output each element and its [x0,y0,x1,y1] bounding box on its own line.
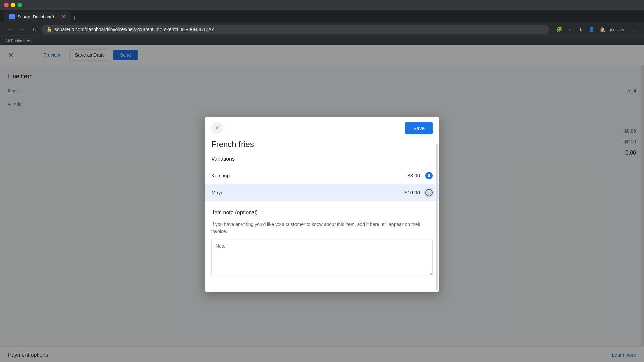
modal-body: French fries Variations Ketchup $8.00 Ma… [205,140,439,292]
window-close-btn[interactable] [4,3,9,7]
variation-radio-ketchup[interactable] [425,172,433,179]
browser-chrome: Square Dashboard ✕ + ← → ↻ 🔒 squareup.co… [0,0,644,45]
profile-icon[interactable]: 👤 [587,25,596,34]
incognito-icon: 🕵 [600,27,605,32]
menu-icon[interactable]: ⋮ [629,25,639,34]
variation-item-mayo[interactable]: Mayo $10.00 [205,184,439,201]
browser-titlebar [0,0,644,10]
tab-favicon [9,14,15,19]
bookmarks-label: All Bookmarks [5,39,31,43]
variation-radio-mayo[interactable] [425,189,433,196]
variations-section: Variations Ketchup $8.00 Mayo $10.00 [211,156,433,201]
item-modal: × Save French fries Variations Ketchup $… [205,117,439,292]
tab-close-icon[interactable]: ✕ [61,14,66,20]
modal-scrollbar[interactable] [436,143,438,291]
tab-title: Square Dashboard [17,14,54,19]
lock-icon: 🔒 [46,27,52,32]
nav-forward-button[interactable]: → [17,25,27,34]
incognito-label: Incognito [607,27,625,32]
main-content: ✕ Preview Save as Draft Send Line item I… [0,45,644,362]
nav-icons: 🧩 ☆ ⬇ 👤 🕵 Incognito ⋮ [554,25,639,34]
variation-price-mayo: $10.00 [405,190,420,195]
modal-overlay: × Save French fries Variations Ketchup $… [0,45,644,362]
modal-save-button[interactable]: Save [405,122,433,134]
bookmarks-bar: All Bookmarks [0,37,644,45]
new-tab-button[interactable]: + [72,14,76,22]
nav-back-button[interactable]: ← [5,25,15,34]
address-text: squareup.com/dashboard/invoices/new?curr… [55,27,544,32]
browser-nav: ← → ↻ 🔒 squareup.com/dashboard/invoices/… [0,22,644,37]
download-icon[interactable]: ⬇ [576,25,585,34]
item-note-description: If you have anything you'd like your cus… [211,221,433,235]
extensions-icon[interactable]: 🧩 [554,25,564,34]
variations-title: Variations [211,156,433,162]
incognito-badge: 🕵 Incognito [597,26,628,34]
item-note-title: Item note (optional) [211,209,433,216]
nav-refresh-button[interactable]: ↻ [30,25,39,34]
active-tab[interactable]: Square Dashboard ✕ [4,11,71,22]
item-note-textarea[interactable] [211,239,433,276]
bookmark-star-icon[interactable]: ☆ [565,25,575,34]
window-minimize-btn[interactable] [11,3,15,7]
browser-tabs-bar: Square Dashboard ✕ + [0,10,644,22]
window-maximize-btn[interactable] [17,3,22,7]
item-note-section: Item note (optional) If you have anythin… [211,209,433,277]
address-bar[interactable]: 🔒 squareup.com/dashboard/invoices/new?cu… [42,25,549,34]
variation-item-ketchup[interactable]: Ketchup $8.00 [211,167,433,184]
modal-header: × Save [205,117,439,140]
variation-price-ketchup: $8.00 [407,173,420,178]
variation-name-mayo: Mayo [211,190,405,195]
modal-close-button[interactable]: × [211,122,223,134]
modal-item-title: French fries [211,140,433,149]
window-controls [4,3,22,7]
variation-name-ketchup: Ketchup [211,173,407,178]
